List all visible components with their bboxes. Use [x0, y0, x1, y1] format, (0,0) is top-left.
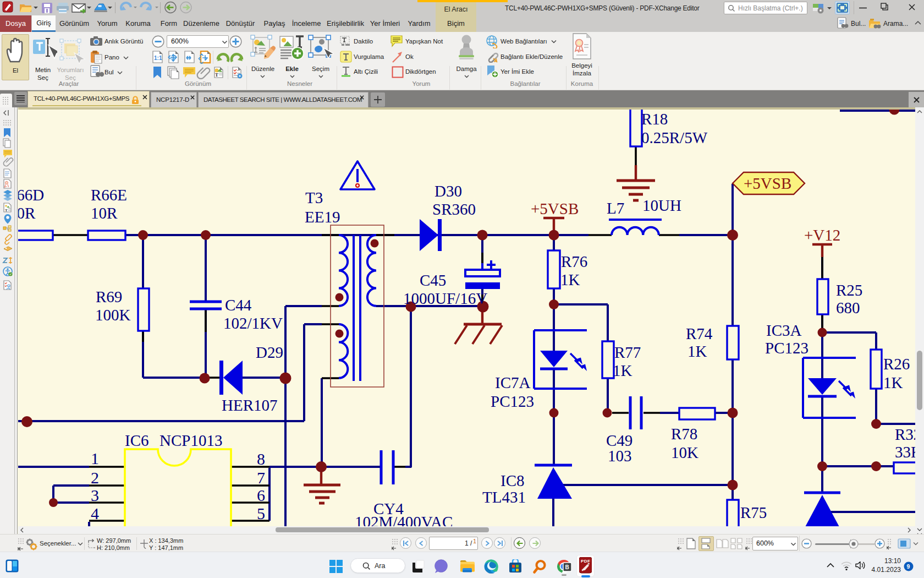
svg-text:C45: C45	[420, 271, 446, 289]
svg-text:R77: R77	[614, 343, 641, 361]
svg-text:10K: 10K	[671, 444, 698, 461]
svg-text:1:1: 1:1	[154, 55, 162, 61]
svg-text:2: 2	[91, 468, 99, 487]
svg-text:102M/400VAC: 102M/400VAC	[355, 513, 453, 526]
svg-text:TL431: TL431	[482, 488, 526, 506]
svg-text:+5VSB: +5VSB	[744, 175, 791, 192]
svg-text:8: 8	[257, 450, 265, 468]
svg-text:10R: 10R	[18, 204, 36, 222]
svg-text:R75: R75	[740, 504, 767, 521]
svg-text:680: 680	[836, 299, 860, 317]
svg-text:103: 103	[608, 447, 632, 465]
svg-text:R18: R18	[641, 110, 668, 128]
svg-text:+5VSB: +5VSB	[531, 200, 579, 217]
svg-text:+V12: +V12	[804, 226, 840, 244]
svg-text:EE19: EE19	[305, 208, 340, 226]
svg-text:4: 4	[91, 504, 99, 522]
svg-text:D30: D30	[435, 182, 462, 200]
svg-text:3: 3	[91, 486, 99, 504]
svg-text:0.25R/5W: 0.25R/5W	[641, 129, 708, 146]
svg-text:1K: 1K	[883, 374, 903, 391]
svg-text:PC123: PC123	[765, 339, 809, 357]
svg-text:PC123: PC123	[491, 392, 534, 410]
svg-text:C44: C44	[225, 296, 252, 314]
svg-text:1K: 1K	[688, 342, 707, 360]
svg-text:L7: L7	[607, 199, 624, 217]
svg-text:SR360: SR360	[432, 200, 476, 218]
svg-text:IC6: IC6	[125, 432, 149, 449]
svg-text:7: 7	[257, 468, 265, 487]
svg-text:R66E: R66E	[91, 186, 127, 204]
svg-text:R26: R26	[883, 355, 910, 373]
svg-text:1: 1	[91, 449, 99, 467]
svg-text:HER107: HER107	[222, 396, 278, 414]
svg-text:T: T	[5, 208, 8, 212]
svg-text:B: B	[565, 564, 569, 570]
svg-text:1K: 1K	[613, 362, 632, 379]
svg-text:1000UF/16V: 1000UF/16V	[403, 290, 487, 307]
svg-text:5: 5	[257, 504, 265, 522]
svg-text:NCP1013: NCP1013	[160, 432, 222, 449]
svg-text:T: T	[215, 72, 218, 78]
svg-text:10UH: 10UH	[642, 197, 681, 214]
svg-text:102/1KV: 102/1KV	[223, 314, 283, 332]
svg-text:R25: R25	[836, 281, 862, 299]
svg-text:R32: R32	[895, 426, 915, 443]
svg-text:IC8: IC8	[501, 472, 525, 489]
svg-text:33K: 33K	[895, 443, 915, 461]
svg-text:IC3A: IC3A	[766, 321, 802, 339]
svg-text:R78: R78	[671, 425, 697, 443]
svg-text:R69: R69	[96, 288, 122, 306]
svg-text:9: 9	[907, 563, 910, 570]
svg-text:D29: D29	[256, 343, 283, 361]
svg-text:1K: 1K	[560, 271, 580, 288]
svg-text:R76: R76	[561, 253, 587, 270]
svg-text:6: 6	[257, 486, 265, 504]
svg-text:R66D: R66D	[18, 186, 44, 204]
svg-text:10R: 10R	[91, 204, 118, 222]
svg-text:T3: T3	[305, 189, 323, 206]
svg-text:R74: R74	[686, 325, 713, 342]
svg-text:100K: 100K	[95, 306, 131, 324]
svg-text:IC7A: IC7A	[495, 374, 531, 391]
